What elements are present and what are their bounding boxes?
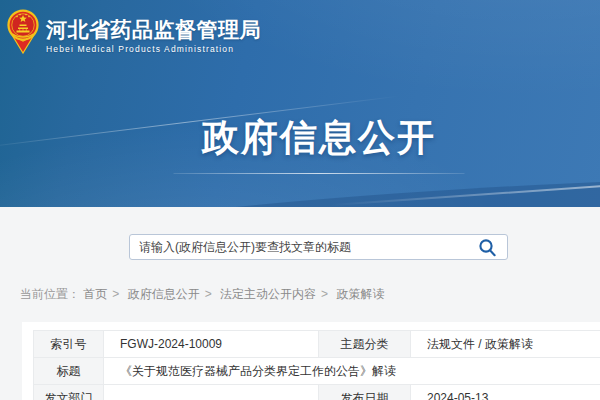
- org-name-zh: 河北省药品监督管理局: [46, 19, 261, 41]
- search-input[interactable]: [130, 235, 474, 259]
- search-box: [129, 234, 508, 260]
- publish-date-value: 2024-05-13: [411, 385, 600, 400]
- publish-date-label: 发布日期: [319, 385, 411, 400]
- department-label: 发文部门: [34, 385, 104, 400]
- breadcrumb-separator: >: [321, 287, 328, 301]
- site-logo[interactable]: 河北省药品监督管理局 Hebei Medical Products Admini…: [7, 8, 261, 54]
- site-header: 河北省药品监督管理局 Hebei Medical Products Admini…: [0, 0, 600, 207]
- index-number-value: FGWJ-2024-10009: [104, 331, 319, 358]
- search-button[interactable]: [478, 238, 497, 257]
- breadcrumb-link-info-disclosure[interactable]: 政府信息公开: [128, 287, 200, 301]
- title-label: 标题: [34, 358, 104, 385]
- breadcrumb-label: 当前位置：: [20, 287, 80, 301]
- breadcrumb-separator: >: [205, 287, 212, 301]
- brand-text: 河北省药品监督管理局 Hebei Medical Products Admini…: [46, 8, 261, 54]
- org-name-en: Hebei Medical Products Administration: [46, 44, 261, 54]
- breadcrumb-link-home[interactable]: 首页: [83, 287, 107, 301]
- title-value: 《关于规范医疗器械产品分类界定工作的公告》解读: [104, 358, 600, 385]
- department-value: [104, 385, 319, 400]
- breadcrumb-separator: >: [112, 287, 119, 301]
- table-row-title: 标题 《关于规范医疗器械产品分类界定工作的公告》解读: [34, 358, 600, 385]
- table-row-department-date: 发文部门 发布日期 2024-05-13: [34, 385, 600, 400]
- search-icon: [478, 238, 497, 257]
- breadcrumb: 当前位置： 首页> 政府信息公开> 法定主动公开内容> 政策解读: [20, 286, 384, 303]
- category-label: 主题分类: [319, 331, 411, 358]
- document-info-table: 索引号 FGWJ-2024-10009 主题分类 法规文件 / 政策解读 标题 …: [33, 330, 600, 400]
- china-national-emblem-icon: [7, 8, 39, 54]
- breadcrumb-link-policy-interpretation[interactable]: 政策解读: [336, 287, 384, 301]
- banner-title: 政府信息公开: [174, 116, 465, 160]
- page: 河北省药品监督管理局 Hebei Medical Products Admini…: [0, 0, 600, 400]
- banner-underline: [174, 173, 465, 174]
- table-row-index-category: 索引号 FGWJ-2024-10009 主题分类 法规文件 / 政策解读: [34, 331, 600, 358]
- banner: 政府信息公开: [174, 116, 465, 174]
- breadcrumb-link-statutory-disclosure[interactable]: 法定主动公开内容: [220, 287, 316, 301]
- index-number-label: 索引号: [34, 331, 104, 358]
- category-value: 法规文件 / 政策解读: [411, 331, 600, 358]
